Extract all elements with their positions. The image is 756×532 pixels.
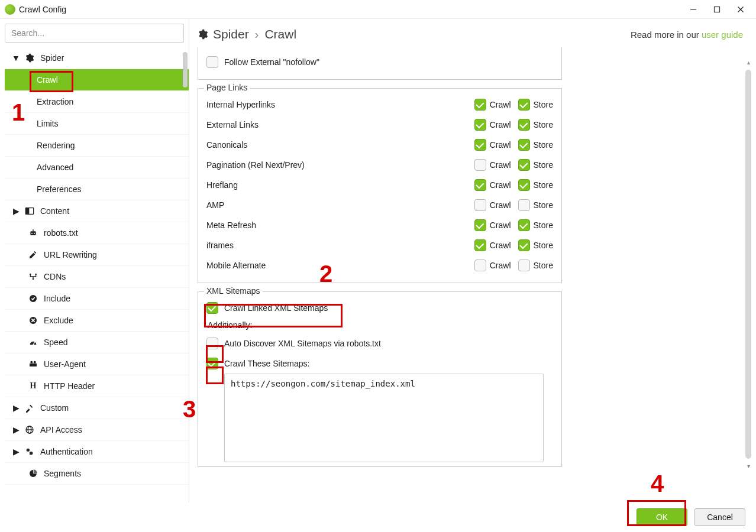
checkbox[interactable] xyxy=(206,302,218,314)
fieldset-title: XML Sitemaps xyxy=(204,286,263,296)
checkbox[interactable] xyxy=(518,259,530,271)
sidebar-item-speed[interactable]: Speed xyxy=(5,332,189,353)
sidebar-item-custom[interactable]: ▶ Custom xyxy=(5,397,189,419)
crawl-pair[interactable]: Crawl xyxy=(474,239,511,251)
checkbox[interactable] xyxy=(518,239,530,251)
sidebar-item-preferences[interactable]: Preferences xyxy=(5,179,189,200)
checkbox[interactable] xyxy=(474,259,486,271)
sidebar-item-label: URL Rewriting xyxy=(44,250,97,259)
sidebar-item-exclude[interactable]: Exclude xyxy=(5,310,189,332)
checkbox[interactable] xyxy=(474,179,486,191)
cancel-button[interactable]: Cancel xyxy=(694,508,745,526)
sidebar-item-limits[interactable]: Limits xyxy=(5,113,189,135)
checkbox[interactable] xyxy=(206,56,218,68)
sidebar-item-segments[interactable]: Segments xyxy=(5,463,189,485)
sidebar-item-api-access[interactable]: ▶ API Access xyxy=(5,419,189,441)
caret-right-icon: ▶ xyxy=(13,403,19,413)
follow-external-nofollow-row[interactable]: Follow External "nofollow" xyxy=(206,52,553,72)
scrollbar-thumb[interactable] xyxy=(183,52,188,87)
sidebar-item-url-rewriting[interactable]: URL Rewriting xyxy=(5,244,189,266)
svg-point-11 xyxy=(35,274,37,275)
crawl-pair[interactable]: Crawl xyxy=(474,139,511,151)
store-pair[interactable]: Store xyxy=(518,159,553,171)
sidebar-item-rendering[interactable]: Rendering xyxy=(5,135,189,157)
scrollbar[interactable]: ▴ ▾ xyxy=(744,67,752,461)
page-link-row: Internal HyperlinksCrawlStore xyxy=(206,95,553,115)
store-pair[interactable]: Store xyxy=(518,259,553,271)
store-pair[interactable]: Store xyxy=(518,99,553,111)
crawl-pair[interactable]: Crawl xyxy=(474,99,511,111)
crawl-label: Crawl xyxy=(490,140,511,150)
store-pair[interactable]: Store xyxy=(518,179,553,191)
sidebar-item-crawl[interactable]: Crawl xyxy=(5,69,189,91)
checkbox[interactable] xyxy=(474,219,486,231)
checkbox[interactable] xyxy=(474,119,486,131)
sidebar-item-advanced[interactable]: Advanced xyxy=(5,157,189,179)
search-input[interactable] xyxy=(5,24,184,43)
crawl-pair[interactable]: Crawl xyxy=(474,119,511,131)
checkbox[interactable] xyxy=(518,219,530,231)
sidebar-item-label: CDNs xyxy=(44,272,66,281)
checkbox[interactable] xyxy=(474,159,486,171)
checkbox[interactable] xyxy=(474,99,486,111)
svg-point-8 xyxy=(34,233,35,234)
crawl-pair[interactable]: Crawl xyxy=(474,199,511,211)
store-label: Store xyxy=(534,220,553,230)
maximize-button[interactable] xyxy=(705,1,729,18)
crawl-pair[interactable]: Crawl xyxy=(474,259,511,271)
sidebar-item-spider[interactable]: ▼ Spider xyxy=(5,47,189,69)
chevron-up-icon[interactable]: ▴ xyxy=(745,59,751,66)
page-link-row: Meta RefreshCrawlStore xyxy=(206,215,553,235)
store-pair[interactable]: Store xyxy=(518,199,553,211)
page-link-row: AMPCrawlStore xyxy=(206,195,553,215)
link-name: Internal Hyperlinks xyxy=(206,100,467,109)
checkbox[interactable] xyxy=(474,139,486,151)
caret-right-icon: ▶ xyxy=(13,206,19,216)
sitemaps-textarea[interactable] xyxy=(224,374,544,462)
close-button[interactable] xyxy=(729,1,752,18)
auto-discover-row[interactable]: Auto Discover XML Sitemaps via robots.tx… xyxy=(206,333,553,353)
checkbox[interactable] xyxy=(518,179,530,191)
sidebar-item-label: Speed xyxy=(44,338,67,347)
checkbox[interactable] xyxy=(474,239,486,251)
minimize-button[interactable] xyxy=(681,1,705,18)
chevron-down-icon[interactable]: ▾ xyxy=(745,463,751,469)
checkbox[interactable] xyxy=(206,358,218,369)
store-pair[interactable]: Store xyxy=(518,219,553,231)
sidebar-item-label: User-Agent xyxy=(44,359,86,369)
checkbox[interactable] xyxy=(518,139,530,151)
crawl-label: Crawl xyxy=(490,241,511,250)
checkbox[interactable] xyxy=(518,159,530,171)
checkbox[interactable] xyxy=(518,119,530,131)
sidebar-item-extraction[interactable]: Extraction xyxy=(5,91,189,113)
link-name: Canonicals xyxy=(206,140,467,150)
checkbox[interactable] xyxy=(206,338,218,349)
link-name: iframes xyxy=(206,241,467,250)
checkbox[interactable] xyxy=(474,199,486,211)
sidebar-item-cdns[interactable]: CDNs xyxy=(5,266,189,288)
scrollbar-thumb[interactable] xyxy=(745,70,751,459)
sidebar-item-content[interactable]: ▶ Content xyxy=(5,200,189,222)
sidebar-item-http-header[interactable]: H HTTP Header xyxy=(5,375,189,397)
sidebar-item-include[interactable]: Include xyxy=(5,288,189,310)
crawl-pair[interactable]: Crawl xyxy=(474,219,511,231)
store-pair[interactable]: Store xyxy=(518,139,553,151)
sidebar-item-authentication[interactable]: ▶ Authentication xyxy=(5,441,189,463)
crawl-these-sitemaps-row[interactable]: Crawl These Sitemaps: xyxy=(206,353,553,374)
sidebar-item-user-agent[interactable]: User-Agent xyxy=(5,353,189,375)
sidebar-item-robots[interactable]: robots.txt xyxy=(5,222,189,244)
store-pair[interactable]: Store xyxy=(518,239,553,251)
checkbox[interactable] xyxy=(518,199,530,211)
ok-button[interactable]: OK xyxy=(637,508,687,526)
crawl-pair[interactable]: Crawl xyxy=(474,179,511,191)
crawl-label: Crawl xyxy=(490,160,511,170)
crawl-pair[interactable]: Crawl xyxy=(474,159,511,171)
sidebar-scrollbar[interactable] xyxy=(182,51,188,500)
crawl-linked-xml-sitemaps-row[interactable]: Crawl Linked XML Sitemaps xyxy=(206,298,553,318)
user-guide-link[interactable]: user guide xyxy=(702,30,743,40)
checkbox[interactable] xyxy=(518,99,530,111)
store-label: Store xyxy=(534,120,553,129)
svg-point-18 xyxy=(34,361,36,364)
store-pair[interactable]: Store xyxy=(518,119,553,131)
crawl-label: Crawl xyxy=(490,100,511,109)
